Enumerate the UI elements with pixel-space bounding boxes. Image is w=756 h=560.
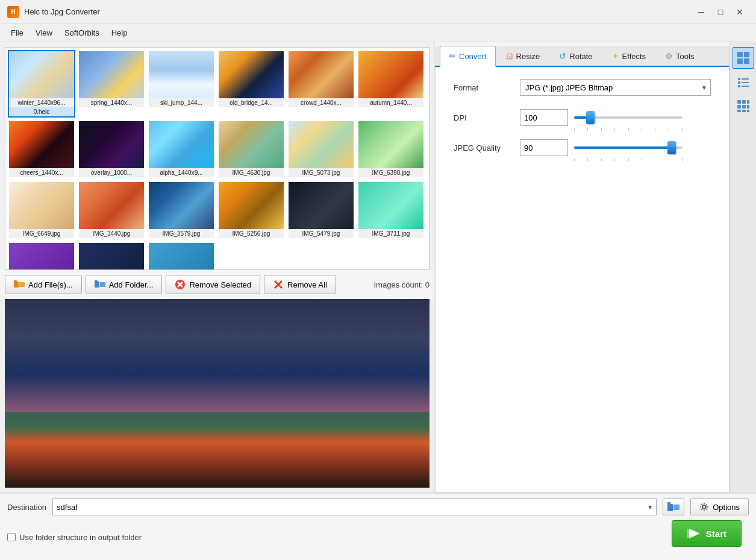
remove-all-icon [273, 279, 284, 290]
svg-rect-15 [738, 78, 740, 80]
grid-item[interactable]: IMG_5256.jpg [217, 181, 285, 239]
title-bar: H Heic to Jpg Converter ─ □ ✕ [0, 0, 756, 24]
grid-item[interactable]: IMG_5073.jpg [287, 120, 355, 178]
destination-input-wrapper: ▼ [52, 499, 657, 515]
svg-rect-19 [738, 85, 740, 87]
grid-item[interactable]: IMG_6398.jpg [357, 120, 425, 178]
svg-rect-2 [19, 282, 25, 287]
thumbnail-view-button[interactable] [733, 47, 754, 69]
remove-selected-button[interactable]: Remove Selected [166, 275, 260, 294]
format-control: JPG (*.jpg) JPEG Bitmap PNG (*.png) BMP … [520, 79, 711, 96]
maximize-button[interactable]: □ [711, 3, 729, 21]
minimize-button[interactable]: ─ [692, 3, 710, 21]
remove-all-button[interactable]: Remove All [264, 275, 336, 294]
rotate-tab-label: Rotate [569, 52, 592, 61]
bottom-area: Destination ▼ Options [0, 492, 756, 560]
right-panel: ✏ Convert ⊡ Resize ↺ Rotate ✦ Effects ⚙ [434, 42, 729, 492]
grid-item[interactable]: spring_1440x... [78, 50, 145, 118]
tab-effects[interactable]: ✦ Effects [603, 46, 655, 66]
resize-tab-icon: ⊡ [506, 51, 513, 61]
tab-tools[interactable]: ⚙ Tools [656, 46, 703, 66]
remove-selected-label: Remove Selected [189, 280, 251, 289]
destination-input[interactable] [52, 499, 657, 515]
images-count: Images count: 0 [374, 280, 430, 289]
grid-item[interactable]: winter_1440x96... 0.heic [8, 50, 75, 118]
folder-structure-checkbox[interactable] [7, 533, 16, 541]
dpi-slider-thumb[interactable] [586, 111, 595, 124]
grid-item-label: IMG_6649.jpg [9, 229, 74, 238]
grid-item[interactable]: overlay_1000... [78, 120, 145, 178]
format-select[interactable]: JPG (*.jpg) JPEG Bitmap PNG (*.png) BMP … [520, 79, 711, 96]
add-folder-label: Add Folder... [109, 280, 154, 289]
close-button[interactable]: ✕ [731, 3, 749, 21]
svg-rect-4 [95, 280, 98, 282]
options-label: Options [713, 503, 740, 512]
jpeg-quality-slider-container [574, 139, 711, 156]
list-view-button[interactable] [733, 71, 754, 93]
grid-item[interactable] [78, 242, 145, 269]
format-row: Format JPG (*.jpg) JPEG Bitmap PNG (*.pn… [454, 79, 711, 96]
jpeg-quality-slider-thumb[interactable] [667, 141, 676, 154]
svg-rect-5 [100, 282, 105, 287]
svg-point-33 [702, 505, 706, 509]
grid-item[interactable]: cheers_1440x... [8, 120, 75, 178]
menu-help[interactable]: Help [105, 26, 134, 40]
grid-view-button[interactable] [733, 95, 754, 117]
svg-rect-32 [673, 505, 679, 510]
svg-rect-25 [742, 105, 746, 109]
grid-item[interactable]: alpha_1440x9... [148, 120, 215, 178]
grid-item[interactable]: IMG_3579.jpg [148, 181, 215, 239]
tab-rotate[interactable]: ↺ Rotate [550, 46, 601, 66]
grid-item[interactable]: IMG_6649.jpg [8, 181, 75, 239]
dpi-slider-ticks [574, 128, 683, 131]
svg-rect-0 [14, 282, 19, 288]
menu-file[interactable]: File [5, 26, 30, 40]
svg-rect-28 [742, 110, 746, 112]
svg-rect-14 [744, 58, 749, 64]
tools-tab-icon: ⚙ [665, 51, 673, 61]
grid-item[interactable]: IMG_3711.jpg [357, 181, 425, 239]
svg-rect-20 [742, 86, 749, 87]
start-button[interactable]: Start [672, 520, 742, 547]
grid-item[interactable]: autumn_1440... [357, 50, 425, 118]
window-title: Heic to Jpg Converter [24, 7, 692, 16]
tab-convert[interactable]: ✏ Convert [440, 46, 496, 67]
browse-button[interactable] [663, 499, 684, 515]
grid-item-label: IMG_6398.jpg [358, 168, 423, 177]
grid-item-label: ski_jump_144... [149, 98, 214, 107]
jpeg-quality-row: JPEG Quality [454, 139, 711, 156]
grid-item[interactable]: crowd_1440x... [287, 50, 355, 118]
jpeg-quality-slider-filled [574, 146, 672, 149]
jpeg-quality-slider-track [574, 146, 683, 149]
svg-rect-16 [742, 78, 749, 80]
folder-structure-label: Use folder structure in output folder [19, 533, 142, 542]
grid-item[interactable]: ski_jump_144... [148, 50, 215, 118]
grid-item-label: overlay_1000... [79, 168, 144, 177]
options-button[interactable]: Options [690, 499, 749, 515]
grid-item[interactable]: IMG_5479.jpg [287, 181, 355, 239]
svg-rect-3 [95, 282, 99, 288]
effects-tab-label: Effects [622, 52, 646, 61]
jpeg-quality-input[interactable] [520, 139, 568, 156]
grid-item-label: IMG_3711.jpg [358, 229, 423, 238]
add-files-button[interactable]: Add File(s)... [5, 275, 82, 294]
menu-view[interactable]: View [30, 26, 58, 40]
dpi-input[interactable] [520, 109, 568, 126]
preview-area [5, 299, 430, 488]
grid-item[interactable]: old_bridge_14... [217, 50, 285, 118]
tabs-bar: ✏ Convert ⊡ Resize ↺ Rotate ✦ Effects ⚙ [435, 46, 729, 67]
grid-item[interactable]: IMG_3440.jpg [78, 181, 145, 239]
grid-item[interactable] [8, 242, 75, 269]
grid-item-label: IMG_5256.jpg [219, 229, 284, 238]
grid-item[interactable]: IMG_4630.jpg [217, 120, 285, 178]
tab-resize[interactable]: ⊡ Resize [497, 46, 549, 66]
settings-panel: Format JPG (*.jpg) JPEG Bitmap PNG (*.pn… [435, 67, 729, 492]
grid-item[interactable] [148, 242, 215, 269]
add-folder-button[interactable]: Add Folder... [86, 275, 163, 294]
format-label: Format [454, 83, 520, 92]
folder-structure-row: Use folder structure in output folder [7, 533, 142, 542]
dpi-control [520, 109, 711, 126]
convert-tab-label: Convert [459, 52, 487, 61]
menu-softorbits[interactable]: SoftOrbits [58, 26, 105, 40]
svg-rect-13 [737, 58, 743, 64]
